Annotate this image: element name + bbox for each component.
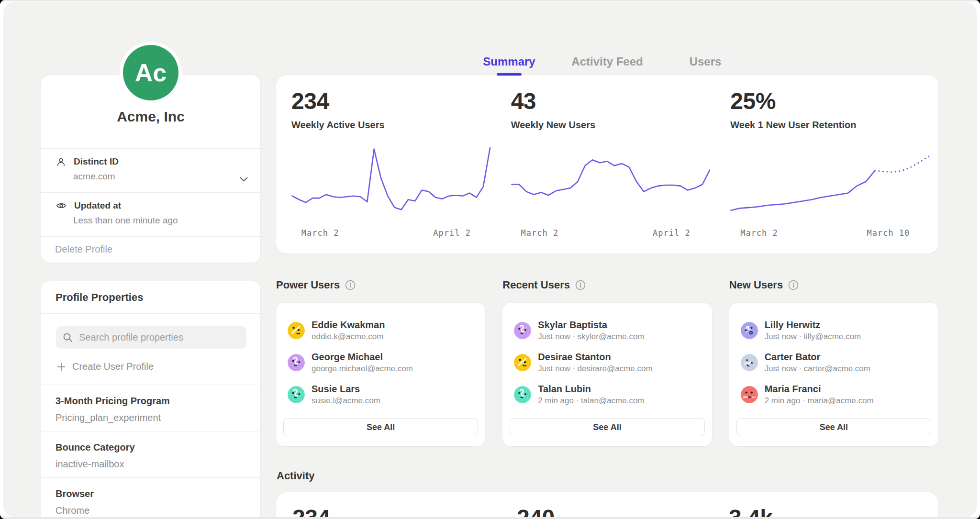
metric-value: 43 <box>511 90 711 113</box>
user-subtitle: susie.l@acme.com <box>312 396 380 406</box>
see-all-button[interactable]: See All <box>736 418 931 436</box>
property-value: Pricing_plan_experiment <box>56 412 246 423</box>
metric-value: 234 <box>291 90 491 113</box>
profile-row-updated-at: Updated at Less than one minute ago <box>41 193 260 237</box>
property-value: inactive-mailbox <box>56 459 246 470</box>
user-list-item[interactable]: Talan Lubin 2 min ago · talan@acme.com <box>510 378 704 410</box>
user-list-item[interactable]: Skylar Baptista Just now · skyler@acme.c… <box>510 314 704 346</box>
x-tick-label: April 2 <box>433 228 471 238</box>
person-icon <box>56 157 66 167</box>
user-list-item[interactable]: Carter Bator Just now · carter@acme.com <box>736 346 931 378</box>
company-avatar: Ac <box>120 42 182 104</box>
profile-row-distinct-id: Distinct ID acme.com <box>41 149 260 193</box>
x-tick-label: March 10 <box>867 228 910 238</box>
sidebar: Ac Acme, Inc Distinct ID acme.com <box>41 3 260 517</box>
user-name: Lilly Herwitz <box>765 320 861 331</box>
user-subtitle: Just now · desirare@acme.com <box>538 364 652 374</box>
user-cards-row: Eddie Kwakman eddie.k@acme.com George Mi… <box>276 303 938 446</box>
sparkline-chart <box>730 143 930 220</box>
active-tab-underline <box>497 73 522 76</box>
delete-profile-button[interactable]: Delete Profile <box>41 237 260 262</box>
recent-users-card: Skylar Baptista Just now · skyler@acme.c… <box>502 303 712 446</box>
user-name: George Michael <box>312 352 413 363</box>
user-name: Eddie Kwakman <box>312 320 385 331</box>
metric-label: Weekly New Users <box>511 120 711 131</box>
chart-x-axis: March 2 April 2 <box>511 228 711 239</box>
metric-weekly-new-users: 43 Weekly New Users March 2 April 2 <box>511 75 711 254</box>
user-subtitle: Just now · lilly@acme.com <box>765 332 861 342</box>
app-window: Ac Acme, Inc Distinct ID acme.com <box>0 0 980 519</box>
search-input[interactable] <box>79 332 240 343</box>
property-label: Browser <box>56 488 246 499</box>
eye-icon <box>56 200 67 211</box>
user-avatar-icon <box>288 354 305 371</box>
user-name: Talan Lubin <box>538 384 644 395</box>
user-name: Desirae Stanton <box>538 352 652 363</box>
user-subtitle: Just now · carter@acme.com <box>765 364 870 374</box>
profile-row-value: Less than one minute ago <box>73 215 247 226</box>
user-list-item[interactable]: Maria Franci 2 min ago · maria@acme.com <box>736 378 931 410</box>
power-users-card: Eddie Kwakman eddie.k@acme.com George Mi… <box>276 303 485 446</box>
tab-summary[interactable]: Summary <box>460 55 558 68</box>
user-subtitle: eddie.k@acme.com <box>312 332 385 342</box>
section-header-new-users: New Users <box>729 279 938 291</box>
user-list-item[interactable]: Susie Lars susie.l@acme.com <box>283 378 478 410</box>
section-title: Recent Users <box>502 279 570 291</box>
section-header-recent-users: Recent Users <box>502 279 712 291</box>
summary-metrics-card: 234 Weekly Active Users March 2 April 2 … <box>276 75 938 254</box>
user-avatar-icon <box>741 322 758 339</box>
user-avatar-icon <box>288 386 305 403</box>
user-avatar-icon <box>514 386 531 403</box>
x-tick-label: March 2 <box>521 228 559 238</box>
section-header-power-users: Power Users <box>276 279 485 291</box>
plus-icon <box>57 363 66 371</box>
sparkline-chart <box>291 143 491 220</box>
user-name: Skylar Baptista <box>538 320 644 331</box>
create-user-profile-label: Create User Profile <box>72 361 154 372</box>
info-icon[interactable] <box>345 280 356 290</box>
user-list-item[interactable]: Lilly Herwitz Just now · lilly@acme.com <box>736 314 931 346</box>
user-name: Maria Franci <box>765 384 874 395</box>
user-name: Susie Lars <box>312 384 380 395</box>
metric-weekly-active-users: 234 Weekly Active Users March 2 April 2 <box>291 75 491 254</box>
search-box[interactable] <box>56 326 246 349</box>
user-list-item[interactable]: Desirae Stanton Just now · desirare@acme… <box>510 346 704 378</box>
tab-activity-feed[interactable]: Activity Feed <box>558 55 657 68</box>
chevron-down-icon[interactable] <box>240 177 248 182</box>
user-list-item[interactable]: George Michael george.michael@acme.com <box>283 346 478 378</box>
metric-label: Weekly Active Users <box>291 120 491 131</box>
metric-label: Week 1 New User Retention <box>730 120 930 131</box>
main-content: Summary Activity Feed Users 234 Weekly A… <box>276 3 938 517</box>
tab-users[interactable]: Users <box>657 55 755 68</box>
create-user-profile-button[interactable]: Create User Profile <box>41 349 260 385</box>
user-avatar-icon <box>514 354 531 371</box>
activity-card: 234 240 3.4k <box>276 492 938 517</box>
see-all-button[interactable]: See All <box>283 418 478 436</box>
property-label: Bounce Category <box>56 442 246 453</box>
search-icon <box>62 332 73 343</box>
info-icon[interactable] <box>788 280 799 290</box>
x-tick-label: March 2 <box>740 228 778 238</box>
see-all-button[interactable]: See All <box>510 418 704 436</box>
user-avatar-icon <box>741 386 758 403</box>
user-subtitle: george.michael@acme.com <box>312 364 413 374</box>
tab-label: Summary <box>483 55 535 68</box>
tab-label: Activity Feed <box>571 55 643 68</box>
metric-value: 25% <box>730 90 930 113</box>
info-icon[interactable] <box>575 280 586 290</box>
property-item: 3-Month Pricing Program Pricing_plan_exp… <box>41 385 260 431</box>
user-list-item[interactable]: Eddie Kwakman eddie.k@acme.com <box>283 314 478 346</box>
user-subtitle: Just now · skyler@acme.com <box>538 332 644 342</box>
tab-label: Users <box>690 55 722 68</box>
profile-properties-card: Profile Properties <box>41 281 260 517</box>
tab-bar: Summary Activity Feed Users <box>276 55 938 68</box>
profile-row-label: Updated at <box>74 200 121 211</box>
new-users-card: Lilly Herwitz Just now · lilly@acme.com … <box>729 303 938 446</box>
profile-properties-title: Profile Properties <box>41 281 260 314</box>
user-avatar-icon <box>288 322 305 339</box>
dashboard-background: Ac Acme, Inc Distinct ID acme.com <box>3 2 977 517</box>
chart-x-axis: March 2 March 10 <box>730 228 930 239</box>
x-tick-label: March 2 <box>301 228 339 238</box>
property-value: Chrome <box>56 505 246 516</box>
activity-metric-value: 3.4k <box>729 507 772 517</box>
